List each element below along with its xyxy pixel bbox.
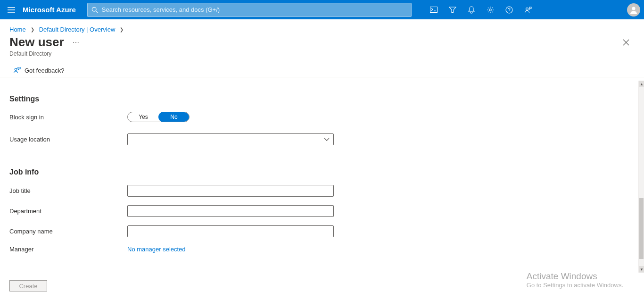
toggle-no[interactable]: No — [158, 112, 190, 122]
breadcrumb-directory[interactable]: Default Directory | Overview — [39, 26, 116, 33]
scroll-up-arrow-icon[interactable]: ▲ — [639, 81, 644, 87]
jobinfo-heading: Job info — [9, 168, 638, 176]
topbar-gap — [537, 0, 627, 19]
job-title-row: Job title — [9, 185, 638, 197]
main-panel: Settings Block sign in Yes No Usage loca… — [0, 81, 638, 273]
feedback-top-button[interactable] — [519, 0, 537, 19]
title-row: New user ⋯ — [0, 35, 644, 50]
manager-row: Manager No manager selected — [9, 246, 638, 253]
feedback-label: Got feedback? — [25, 67, 65, 74]
vertical-scrollbar[interactable]: ▲ ▼ — [638, 81, 644, 273]
usage-location-label: Usage location — [9, 136, 127, 143]
manager-select-link[interactable]: No manager selected — [127, 246, 186, 253]
cloud-shell-button[interactable] — [424, 0, 443, 19]
breadcrumb-home[interactable]: Home — [9, 26, 26, 33]
usage-location-dropdown[interactable] — [127, 133, 334, 145]
create-button[interactable]: Create — [9, 280, 47, 291]
scroll-down-arrow-icon[interactable]: ▼ — [639, 266, 644, 273]
svg-point-6 — [632, 7, 636, 10]
brand[interactable]: Microsoft Azure — [23, 6, 87, 14]
more-actions-button[interactable]: ⋯ — [73, 39, 80, 46]
feedback-button[interactable]: Got feedback? — [13, 66, 65, 74]
filter-icon — [449, 7, 456, 13]
hamburger-icon — [8, 7, 15, 13]
hamburger-button[interactable] — [0, 0, 23, 19]
company-row: Company name — [9, 225, 638, 237]
chevron-right-icon: ❯ — [120, 27, 124, 32]
search-box[interactable] — [87, 3, 412, 17]
chevron-down-icon — [324, 138, 330, 141]
company-input[interactable] — [127, 225, 334, 237]
toggle-yes[interactable]: Yes — [128, 112, 159, 122]
search-icon — [91, 7, 98, 13]
page-subtitle: Default Directory — [0, 50, 644, 57]
settings-button[interactable] — [481, 0, 500, 19]
avatar[interactable] — [627, 3, 640, 17]
svg-rect-2 — [430, 7, 438, 12]
scrollbar-thumb[interactable] — [639, 198, 644, 259]
svg-point-7 — [15, 68, 17, 71]
person-feedback-icon — [524, 6, 532, 14]
page-title: New user — [9, 35, 64, 50]
job-title-input[interactable] — [127, 185, 334, 197]
command-bar: Got feedback? — [0, 64, 644, 77]
chevron-right-icon: ❯ — [31, 27, 34, 32]
company-label: Company name — [9, 228, 127, 235]
directories-button[interactable] — [443, 0, 462, 19]
topbar-icons — [424, 0, 644, 19]
help-icon — [505, 6, 513, 14]
svg-point-3 — [489, 8, 491, 10]
svg-line-1 — [96, 11, 98, 13]
bottom-bar: Create — [0, 273, 638, 299]
svg-point-5 — [526, 8, 528, 10]
block-sign-in-row: Block sign in Yes No — [9, 112, 638, 122]
topbar: Microsoft Azure — [0, 0, 644, 19]
close-button[interactable] — [620, 37, 632, 48]
manager-label: Manager — [9, 246, 127, 253]
person-feedback-icon — [13, 66, 21, 74]
block-sign-in-label: Block sign in — [9, 114, 127, 121]
department-label: Department — [9, 208, 127, 215]
scrollbar-track[interactable] — [639, 87, 644, 266]
bell-icon — [468, 6, 475, 14]
close-icon — [623, 39, 629, 46]
settings-heading: Settings — [9, 95, 638, 103]
block-sign-in-toggle[interactable]: Yes No — [127, 112, 190, 122]
cloud-shell-icon — [430, 7, 438, 13]
department-row: Department — [9, 205, 638, 217]
gear-icon — [487, 6, 494, 14]
notifications-button[interactable] — [462, 0, 481, 19]
avatar-icon — [629, 5, 638, 15]
job-title-label: Job title — [9, 187, 127, 194]
search-input[interactable] — [98, 6, 407, 13]
department-input[interactable] — [127, 205, 334, 217]
usage-location-row: Usage location — [9, 133, 638, 145]
svg-point-0 — [92, 7, 96, 11]
help-button[interactable] — [500, 0, 519, 19]
breadcrumb: Home ❯ Default Directory | Overview ❯ — [0, 19, 644, 35]
